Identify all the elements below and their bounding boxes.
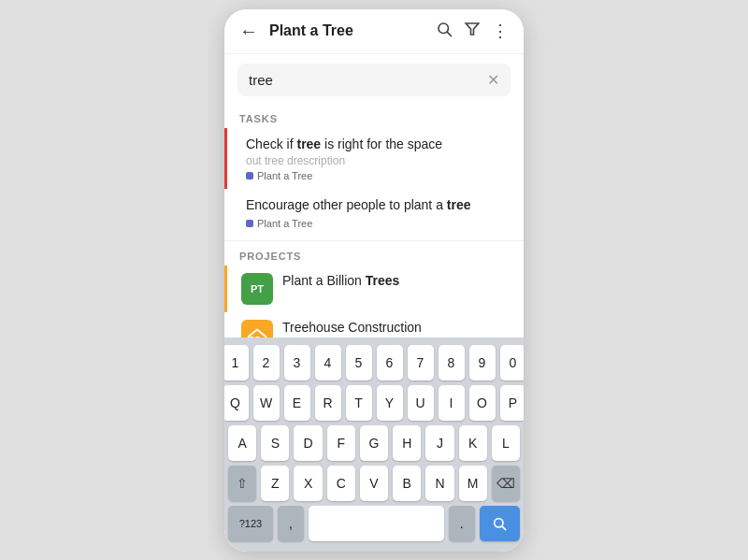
key-h[interactable]: H: [393, 425, 421, 461]
phone-container: ← Plant a Tree ⋮ ✕ TASKS Check if tree i…: [224, 9, 524, 552]
more-icon[interactable]: ⋮: [492, 21, 509, 41]
task-project: Plant a Tree: [246, 218, 511, 229]
task-project-label: Plant a Tree: [257, 170, 312, 181]
project-info: Plant a Billion Trees: [282, 273, 511, 288]
task-title: Encourage other people to plant a tree: [246, 196, 511, 215]
tasks-section-label: TASKS: [224, 108, 524, 128]
svg-rect-4: [255, 337, 260, 337]
project-item[interactable]: Treehouse Construction Plant a Tree: [224, 312, 524, 337]
key-n[interactable]: N: [425, 466, 453, 501]
project-border: [224, 266, 227, 312]
page-title: Plant a Tree: [269, 22, 436, 39]
key-e[interactable]: E: [284, 385, 310, 421]
keyboard-row-special: ?123 , .: [228, 506, 520, 541]
back-button[interactable]: ←: [239, 21, 258, 42]
svg-marker-2: [466, 23, 479, 35]
key-r[interactable]: R: [315, 385, 341, 421]
task-item[interactable]: Check if tree is right for the space out…: [224, 128, 524, 190]
key-6[interactable]: 6: [377, 345, 403, 381]
projects-section-label: PROJECTS: [224, 245, 524, 266]
key-a[interactable]: A: [228, 425, 256, 461]
project-parent-label: Plant a Tree: [294, 337, 349, 337]
key-5[interactable]: 5: [346, 345, 372, 381]
space-key[interactable]: [309, 506, 444, 541]
key-o[interactable]: O: [469, 385, 496, 421]
key-4[interactable]: 4: [315, 345, 341, 381]
key-8[interactable]: 8: [439, 345, 465, 381]
key-z[interactable]: Z: [261, 466, 289, 501]
task-title: Check if tree is right for the space: [246, 136, 511, 154]
key-s[interactable]: S: [261, 425, 289, 461]
header-icons: ⋮: [436, 21, 509, 42]
project-name: Plant a Billion Trees: [282, 273, 511, 288]
header: ← Plant a Tree ⋮: [224, 9, 524, 54]
keyboard-row-numbers: 1 2 3 4 5 6 7 8 9 0: [228, 345, 520, 381]
project-name: Treehouse Construction: [282, 320, 511, 335]
key-u[interactable]: U: [408, 385, 434, 421]
shift-key[interactable]: ⇧: [228, 466, 256, 501]
key-l[interactable]: L: [492, 425, 520, 461]
key-x[interactable]: X: [294, 466, 322, 501]
key-m[interactable]: M: [459, 466, 487, 501]
key-1[interactable]: 1: [224, 345, 249, 381]
search-bar: ✕: [237, 64, 511, 96]
svg-rect-3: [250, 337, 254, 337]
keyboard: 1 2 3 4 5 6 7 8 9 0 Q W E R T Y U I O P …: [224, 337, 524, 552]
backspace-key[interactable]: ⌫: [492, 466, 520, 501]
key-0[interactable]: 0: [500, 345, 525, 381]
task-project-label: Plant a Tree: [257, 218, 312, 229]
task-project: Plant a Tree: [246, 170, 511, 181]
period-key[interactable]: .: [449, 506, 475, 541]
search-submit-key[interactable]: [480, 506, 520, 541]
keyboard-row-qwerty: Q W E R T Y U I O P: [228, 385, 520, 421]
keyboard-row-asdf: A S D F G H J K L: [228, 425, 520, 461]
key-j[interactable]: J: [425, 425, 453, 461]
project-color-dot: [246, 172, 253, 179]
key-i[interactable]: I: [439, 385, 465, 421]
key-f[interactable]: F: [327, 425, 355, 461]
key-w[interactable]: W: [253, 385, 280, 421]
key-p[interactable]: P: [500, 385, 525, 421]
key-y[interactable]: Y: [377, 385, 403, 421]
key-2[interactable]: 2: [253, 345, 280, 381]
key-d[interactable]: D: [294, 425, 322, 461]
project-avatar: [241, 320, 273, 337]
project-color-dot: [246, 220, 253, 227]
keyboard-row-zxcv: ⇧ Z X C V B N M ⌫: [228, 466, 520, 501]
project-item[interactable]: PT Plant a Billion Trees: [224, 266, 524, 312]
clear-search-button[interactable]: ✕: [487, 71, 499, 89]
task-item[interactable]: Encourage other people to plant a tree P…: [224, 189, 524, 237]
key-g[interactable]: G: [360, 425, 388, 461]
project-sub-label: Plant a Tree: [282, 337, 511, 337]
filter-icon[interactable]: [464, 21, 481, 42]
key-9[interactable]: 9: [469, 345, 496, 381]
numeric-switch-key[interactable]: ?123: [228, 506, 273, 541]
key-t[interactable]: T: [346, 385, 372, 421]
key-q[interactable]: Q: [224, 385, 249, 421]
search-icon[interactable]: [436, 21, 453, 42]
project-info: Treehouse Construction Plant a Tree: [282, 320, 511, 337]
key-3[interactable]: 3: [284, 345, 310, 381]
task-subtitle: out tree drescription: [246, 154, 511, 167]
key-c[interactable]: C: [327, 466, 355, 501]
svg-line-1: [447, 32, 451, 36]
key-7[interactable]: 7: [408, 345, 434, 381]
key-k[interactable]: K: [459, 425, 487, 461]
project-avatar: PT: [241, 273, 273, 305]
search-results: TASKS Check if tree is right for the spa…: [224, 104, 524, 337]
comma-key[interactable]: ,: [278, 506, 304, 541]
svg-line-6: [502, 526, 506, 530]
key-v[interactable]: V: [360, 466, 388, 501]
section-divider: [224, 240, 524, 241]
key-b[interactable]: B: [393, 466, 421, 501]
search-input[interactable]: [249, 72, 487, 88]
